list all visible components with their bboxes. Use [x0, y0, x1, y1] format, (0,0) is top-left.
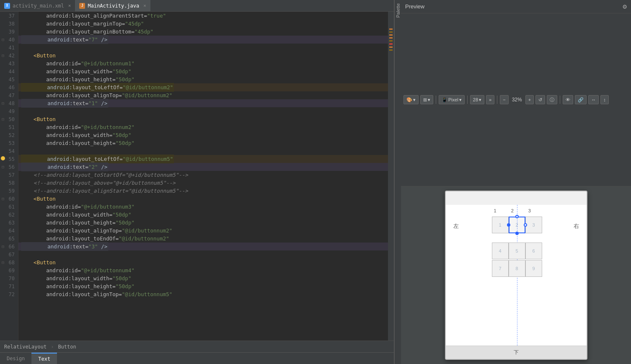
preview-button-3[interactable]: 3	[525, 217, 542, 233]
toolbar-sep-4	[560, 96, 560, 104]
zoom-level: 32%	[510, 97, 524, 103]
palette-sidebar: Palette	[394, 0, 401, 364]
code-line-58: <!--android:layout_above="@+id/buttonnum…	[18, 179, 388, 187]
line-num-53: 53	[0, 139, 18, 147]
gutter-mark-3	[389, 34, 393, 36]
code-line-57: <!--android:layout_toStartOf="@+id/butto…	[18, 171, 388, 179]
preview-button-1[interactable]: 1	[492, 217, 509, 233]
info-btn[interactable]: ⓘ	[547, 95, 557, 104]
code-line-61: android:id="@+id/buttonnum3"	[18, 203, 388, 211]
tab-design[interactable]: Design	[0, 353, 31, 364]
arrow-v-btn[interactable]: ↕	[600, 95, 609, 104]
device-selector-btn[interactable]: 📱 Pixel ▾	[439, 95, 465, 104]
constraint-icon: ⊞	[423, 97, 427, 103]
line-num-44: 44	[0, 67, 18, 75]
constraint-toggle-btn[interactable]: ⊞ ▾	[420, 95, 433, 104]
preview-button-5[interactable]: 5	[509, 243, 525, 259]
more-options-btn[interactable]: »	[486, 95, 494, 104]
code-line-71: android:layout_height="50dp"	[18, 282, 388, 290]
line-num-56: ⊟56	[0, 163, 18, 171]
line-numbers: 37 38 39 ⊟40 41 ⊟42 43 44 45 46 47 ⊟48 4…	[0, 12, 18, 341]
breadcrumb-separator: ›	[51, 344, 54, 350]
handle-right[interactable]	[524, 223, 527, 227]
gutter-mark-5	[389, 40, 393, 41]
zoom-reset-btn[interactable]: ↺	[535, 95, 545, 104]
preview-button-8[interactable]: 8	[509, 260, 525, 277]
code-content[interactable]: android:layout_alignParentStart="true" a…	[18, 12, 388, 341]
line-num-51: 51	[0, 123, 18, 131]
line-num-42: ⊟42	[0, 52, 18, 59]
code-line-49	[18, 107, 388, 115]
zoom-in-btn[interactable]: +	[525, 95, 534, 104]
line-num-46: 46	[0, 83, 18, 91]
code-line-47: android:layout_alignTop="@id/buttonnum2"	[18, 91, 388, 99]
code-line-45: android:layout_height="50dp"	[18, 75, 388, 83]
line-num-59: 59	[0, 187, 18, 195]
code-line-42: <Button	[18, 52, 388, 59]
gutter-mark-7	[389, 49, 393, 51]
code-line-67	[18, 250, 388, 258]
preview-button-4[interactable]: 4	[492, 243, 509, 259]
code-line-50: <Button	[18, 115, 388, 123]
line-num-62: 62	[0, 211, 18, 219]
chevron-down-icon-4: ▾	[479, 97, 481, 103]
tab-java[interactable]: J MainActivity.java ×	[75, 0, 150, 11]
code-line-52: android:layout_width="50dp"	[18, 131, 388, 139]
phone-icon: 📱	[442, 97, 447, 103]
magnet-btn[interactable]: 🔗	[575, 95, 587, 104]
bottom-tabs: Design Text	[0, 352, 394, 364]
line-num-37: 37	[0, 12, 18, 20]
line-num-65: 65	[0, 235, 18, 243]
palette-toggle-btn[interactable]: 🎨 ▾	[403, 95, 419, 104]
code-line-69: android:id="@+id/buttonnum4"	[18, 266, 388, 274]
code-line-65: android:layout_toEndOf="@id/buttonnum2"	[18, 235, 388, 243]
code-line-40: android:text="7" />	[18, 36, 388, 44]
pixel-label: Pixel	[448, 97, 458, 102]
code-line-56: android:text="2" />	[18, 163, 388, 171]
tab-xml[interactable]: X activity_main.xml ×	[0, 0, 75, 11]
handle-left[interactable]	[507, 223, 510, 227]
line-num-72: 72	[0, 290, 18, 298]
line-num-66: ⊟66	[0, 243, 18, 250]
code-line-53: android:layout_height="50dp"	[18, 139, 388, 147]
code-line-63: android:layout_height="50dp"	[18, 219, 388, 227]
arrow-h-btn[interactable]: ↔	[588, 95, 599, 104]
api-selector-btn[interactable]: 28 ▾	[470, 95, 484, 104]
preview-button-6[interactable]: 6	[525, 243, 542, 259]
line-num-61: 61	[0, 203, 18, 211]
preview-button-7[interactable]: 7	[492, 260, 509, 277]
preview-panel: Palette Preview ⚙ 🎨 ▾ ⊞ ▾	[394, 0, 631, 364]
phone-top-bar	[446, 191, 587, 205]
tab-text[interactable]: Text	[31, 353, 57, 364]
zoom-out-btn[interactable]: −	[500, 95, 508, 104]
tab-xml-close[interactable]: ×	[68, 3, 71, 8]
code-line-62: android:layout_width="50dp"	[18, 211, 388, 219]
line-num-57: 57	[0, 171, 18, 179]
line-num-41: 41	[0, 44, 18, 52]
palette-label: Palette	[396, 0, 401, 21]
tab-java-close[interactable]: ×	[143, 3, 146, 8]
preview-content: 1 2 3	[401, 186, 631, 364]
code-line-55: android:layout_toLeftOf="@id/buttonnum5"	[18, 155, 388, 163]
line-num-50: ⊟50	[0, 115, 18, 123]
gutter-mark-6	[389, 46, 393, 48]
eye-btn[interactable]: 👁	[563, 95, 573, 104]
api-label: 28	[473, 97, 478, 102]
code-line-43: android:id="@+id/buttonnum1"	[18, 59, 388, 67]
line-num-38: 38	[0, 20, 18, 28]
code-line-44: android:layout_width="50dp"	[18, 67, 388, 75]
phone-bottom-bar: 下	[446, 346, 587, 359]
preview-header: Preview ⚙	[401, 0, 631, 13]
code-area: 37 38 39 ⊟40 41 ⊟42 43 44 45 46 47 ⊟48 4…	[0, 12, 394, 341]
settings-icon[interactable]: ⚙	[623, 3, 627, 10]
line-num-52: 52	[0, 131, 18, 139]
gutter-mark-1	[389, 28, 393, 30]
preview-button-9[interactable]: 9	[525, 260, 542, 277]
phone-screen: 1 2 3	[446, 205, 587, 346]
code-line-59: <!--android:layout_alignStart="@id/butto…	[18, 187, 388, 195]
line-num-39: 39	[0, 28, 18, 36]
code-line-51: android:id="@+id/buttonnum2"	[18, 123, 388, 131]
line-num-69: 69	[0, 266, 18, 274]
gutter-mark-4	[389, 37, 393, 39]
indicator-3: 3	[528, 208, 531, 213]
